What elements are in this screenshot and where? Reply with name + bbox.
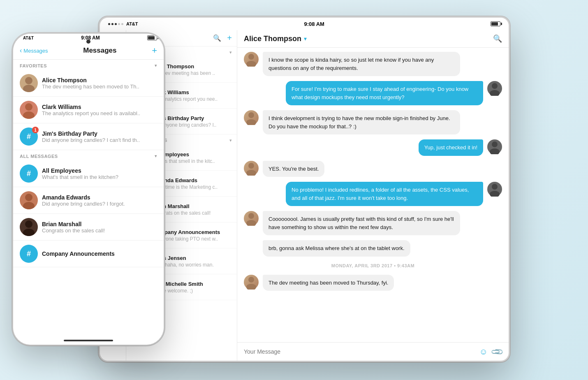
phone-list-item-company[interactable]: # Company Announcements xyxy=(13,241,164,267)
svg-point-4 xyxy=(25,194,32,201)
phone-item-alice-content: Alice Thompson The dev meeting has been … xyxy=(42,77,157,90)
tablet-add-icon[interactable]: + xyxy=(227,33,232,43)
message-7: Cooooooool. James is usually pretty fast… xyxy=(244,211,502,235)
svg-point-25 xyxy=(246,119,256,125)
message-8: brb, gonna ask Melissa where she's at on… xyxy=(244,240,502,257)
chat-dropdown-icon[interactable]: ▾ xyxy=(304,35,307,42)
chat-contact-name: Alice Thompson xyxy=(244,35,301,43)
phone-battery xyxy=(147,35,157,40)
svg-point-29 xyxy=(246,170,256,176)
svg-point-0 xyxy=(25,77,32,84)
phone-avatar-brian xyxy=(20,218,38,236)
phone-avatar-clark xyxy=(20,101,38,119)
phone-title: Messages xyxy=(83,46,116,55)
svg-point-7 xyxy=(23,229,35,236)
svg-point-20 xyxy=(248,54,254,60)
phone-list-item-brian[interactable]: Brian Marshall Congrats on the sales cal… xyxy=(13,214,164,241)
phone-all-messages-section: ALL MESSAGES ▾ xyxy=(13,150,164,160)
phone-avatar-all-employees: # xyxy=(20,165,38,183)
msg-bubble-3: I think development is trying to have th… xyxy=(263,110,460,134)
message-4: Yup, just checked it in! xyxy=(244,139,502,156)
tablet-time: 9:08 AM xyxy=(304,21,324,27)
msg-bubble-5: YES. You're the best. xyxy=(263,161,324,177)
phone-camera xyxy=(86,39,90,44)
phone-item-company-content: Company Announcements xyxy=(42,250,157,257)
phone-list-item-alice[interactable]: Alice Thompson The dev meeting has been … xyxy=(13,70,164,97)
chat-input-area: ☺ 📎 xyxy=(237,342,509,361)
phone-item-clark-content: Clark Williams The analytics report you … xyxy=(42,104,157,116)
svg-point-3 xyxy=(23,111,35,119)
phone-list-item-jims[interactable]: # 1 Jim's Birthday Party Did anyone brin… xyxy=(13,123,164,150)
msg-bubble-6: No problemo! I included redlines, a fold… xyxy=(286,182,483,206)
msg-bubble-4: Yup, just checked it in! xyxy=(419,139,483,156)
phone-list-item-clark[interactable]: Clark Williams The analytics report you … xyxy=(13,97,164,123)
msg-bubble-1: I know the scope is kinda hairy, so so j… xyxy=(263,52,460,76)
phone-item-brian-content: Brian Marshall Congrats on the sales cal… xyxy=(42,221,157,234)
tablet-search-icon[interactable]: 🔍 xyxy=(213,34,221,42)
svg-point-35 xyxy=(246,284,256,290)
message-3: I think development is trying to have th… xyxy=(244,110,502,134)
svg-point-23 xyxy=(490,90,500,96)
phone-add-button[interactable]: + xyxy=(152,45,157,56)
svg-point-27 xyxy=(490,148,500,154)
msg-avatar-user-6 xyxy=(487,182,502,197)
phone-badge-jims: 1 xyxy=(32,127,39,133)
phone-carrier: AT&T xyxy=(20,36,34,40)
phone-avatar-amanda xyxy=(20,191,38,209)
phone-time: 9:08 AM xyxy=(81,35,100,41)
svg-point-26 xyxy=(492,141,498,147)
svg-point-22 xyxy=(492,83,498,89)
phone-item-jims-content: Jim's Birthday Party Did anyone bring ca… xyxy=(42,130,157,143)
chat-message-input[interactable] xyxy=(244,348,475,355)
msg-avatar-alice-3 xyxy=(244,110,259,125)
msg-avatar-alice-9 xyxy=(244,275,259,290)
msg-avatar-alice-5 xyxy=(244,161,259,176)
phone-header: ‹ Messages Messages + xyxy=(13,42,164,60)
svg-point-28 xyxy=(248,163,254,169)
phone-list-item-amanda[interactable]: Amanda Edwards Did anyone bring candles?… xyxy=(13,187,164,214)
svg-point-5 xyxy=(23,202,35,209)
phone-avatar-company: # xyxy=(20,245,38,263)
message-1: I know the scope is kinda hairy, so so j… xyxy=(244,52,502,76)
message-9: The dev meeting has been moved to Thursd… xyxy=(244,275,502,291)
msg-bubble-2: For sure! I'm trying to make sure I stay… xyxy=(286,81,483,105)
tablet-chat-area: Alice Thompson ▾ 🔍 I know the scope is k… xyxy=(237,30,509,361)
msg-bubble-7: Cooooooool. James is usually pretty fast… xyxy=(263,211,460,235)
phone-device: AT&T 9:08 AM ‹ Messages Messages + FAVOR… xyxy=(12,33,164,345)
msg-avatar-alice-1 xyxy=(244,52,259,67)
chat-messages: I know the scope is kinda hairy, so so j… xyxy=(237,48,509,342)
msg-avatar-alice-7 xyxy=(244,211,259,226)
tablet-carrier: AT&T xyxy=(108,21,138,26)
svg-point-34 xyxy=(248,277,254,283)
phone-item-amanda-content: Amanda Edwards Did anyone bring candles?… xyxy=(42,194,157,207)
phone-avatar-alice xyxy=(20,74,38,92)
svg-point-6 xyxy=(25,220,32,228)
msg-bubble-8: brb, gonna ask Melissa where she's at on… xyxy=(263,240,410,257)
chat-header: Alice Thompson ▾ 🔍 xyxy=(237,30,509,48)
chat-date-divider: MONDAY, APRIL 3RD 2017 • 9:43AM xyxy=(244,262,502,270)
msg-avatar-user-2 xyxy=(487,81,502,96)
chat-search-icon[interactable]: 🔍 xyxy=(493,34,502,43)
svg-point-31 xyxy=(490,191,500,197)
phone-favorites-section: FAVORITES ▾ xyxy=(13,60,164,70)
phone-home-indicator[interactable] xyxy=(64,340,113,341)
message-5: YES. You're the best. xyxy=(244,161,502,177)
msg-bubble-9: The dev meeting has been moved to Thursd… xyxy=(263,275,394,291)
msg-avatar-user-4 xyxy=(487,139,502,154)
attachment-icon[interactable]: 📎 xyxy=(490,345,504,359)
tablet-status-right xyxy=(491,21,500,26)
tablet-status-bar: AT&T 9:08 AM xyxy=(100,18,509,30)
svg-point-32 xyxy=(248,213,254,219)
phone-list-item-all-employees[interactable]: # All Employees What's that smell in the… xyxy=(13,160,164,187)
svg-point-2 xyxy=(25,103,32,111)
phone-back-button[interactable]: ‹ Messages xyxy=(20,47,48,54)
message-2: For sure! I'm trying to make sure I stay… xyxy=(244,81,502,105)
svg-point-33 xyxy=(246,220,256,226)
message-6: No problemo! I included redlines, a fold… xyxy=(244,182,502,206)
emoji-icon[interactable]: ☺ xyxy=(479,347,488,357)
svg-point-24 xyxy=(248,112,254,118)
phone-avatar-jims: # 1 xyxy=(20,127,38,146)
svg-point-1 xyxy=(23,85,35,92)
svg-point-21 xyxy=(246,61,256,67)
phone-item-all-employees-content: All Employees What's that smell in the k… xyxy=(42,167,157,180)
